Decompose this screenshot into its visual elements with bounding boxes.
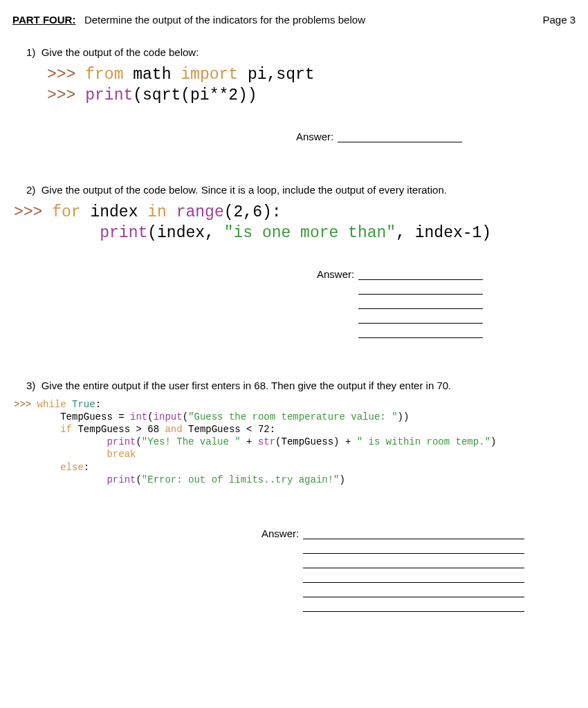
q2-prompt: 2) Give the output of the code below. Si… (26, 184, 576, 196)
blank-line (358, 299, 483, 309)
blank-line (303, 602, 524, 612)
header-left: PART FOUR: Determine the output of the i… (12, 14, 365, 26)
q2-answer: Answer: Answer: Answer: Answer: Answer: (317, 268, 576, 338)
q3-prompt: 3) Give the entire output if the user fi… (26, 380, 576, 391)
q1-answer: Answer: (296, 131, 576, 142)
q1-code: >>> from math import pi,sqrt >>> print(s… (26, 65, 576, 106)
page-number: Page 3 (542, 14, 576, 26)
blank-line (303, 558, 524, 568)
question-3: 3) Give the entire output if the user fi… (12, 380, 576, 612)
page-header: PART FOUR: Determine the output of the i… (12, 14, 576, 26)
blank-line (358, 328, 483, 338)
q2-code: >>> for index in range(2,6): print(index… (14, 203, 576, 244)
blank-line (358, 284, 483, 295)
question-2: 2) Give the output of the code below. Si… (12, 184, 576, 338)
q3-code: >>> while True: TempGuess = int(input("G… (14, 398, 576, 486)
blank-line (338, 132, 462, 142)
blank-line (303, 543, 524, 554)
header-instruction: Determine the output of the indicators f… (79, 14, 365, 26)
blank-line (358, 313, 483, 324)
question-1: 1) Give the output of the code below: >>… (12, 46, 576, 142)
q3-answer: Answer: Answer: Answer: Answer: Answer: … (261, 528, 576, 612)
blank-line (358, 270, 483, 280)
blank-line (303, 587, 524, 597)
part-title: PART FOUR: (12, 14, 75, 26)
blank-line (303, 529, 524, 539)
blank-line (303, 572, 524, 583)
q1-prompt: 1) Give the output of the code below: (26, 46, 576, 58)
